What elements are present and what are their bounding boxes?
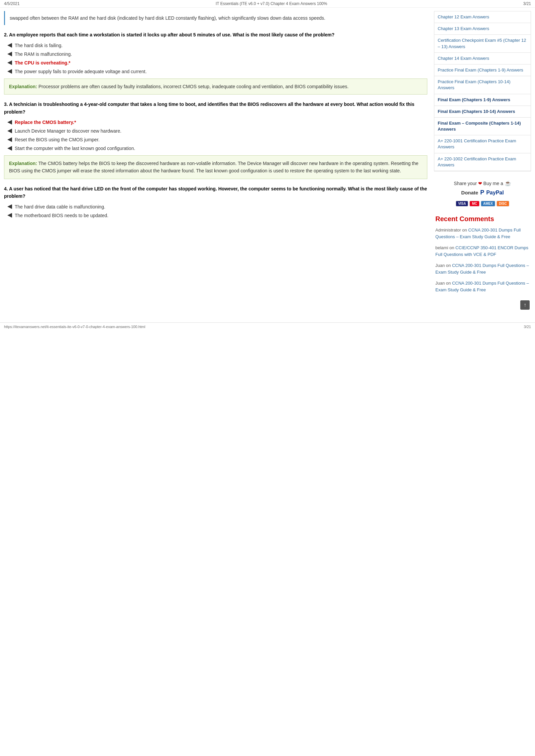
paypal-label: PayPal — [486, 190, 504, 196]
q3-answer-2: Launch Device Manager to discover new ha… — [7, 128, 427, 135]
sidebar-link-9[interactable]: Final Exam – Composite (Chapters 1-14) A… — [434, 118, 531, 135]
top-bar-page: 3/21 — [523, 1, 531, 6]
question-4-block: 4. A user has noticed that the hard driv… — [4, 185, 427, 219]
sidebar-links-box: Chapter 12 Exam Answers Chapter 13 Exam … — [434, 11, 531, 171]
sidebar-link-7-anchor[interactable]: Final Exam (Chapters 1-9) Answers — [438, 97, 510, 102]
commenter-1: Administrator — [435, 228, 461, 233]
question-3-text: 3. A technician is troubleshooting a 4-y… — [4, 101, 427, 116]
question-4-answers: The hard drive data cable is malfunction… — [4, 203, 427, 219]
question-4-text: 4. A user has noticed that the hard driv… — [4, 185, 427, 200]
intro-block: swapped often between the RAM and the ha… — [4, 11, 427, 25]
sidebar-link-5-anchor[interactable]: Practice Final Exam (Chapters 1-9) Answe… — [438, 67, 523, 72]
bullet-icon — [7, 204, 12, 209]
comment-on-2: on — [449, 245, 454, 250]
sidebar-link-4-anchor[interactable]: Chapter 14 Exam Answers — [438, 56, 489, 61]
comment-item-1: Administrator on CCNA 200-301 Dumps Full… — [435, 227, 530, 240]
intro-text: swapped often between the RAM and the ha… — [10, 15, 325, 21]
question-2-answers: The hard disk is failing. The RAM is mal… — [4, 42, 427, 75]
footer-page: 3/21 — [524, 325, 531, 329]
visa-icon: VISA — [456, 201, 468, 206]
q2-answer-4: The power supply fails to provide adequa… — [7, 68, 427, 75]
explanation-text-3: The CMOS battery helps the BIOS to keep … — [9, 161, 418, 173]
comment-on-1: on — [462, 228, 467, 233]
recent-comments-section: Recent Comments Administrator on CCNA 20… — [434, 215, 531, 293]
mastercard-icon: MC — [469, 201, 479, 206]
comment-item-3: Juan on CCNA 200-301 Dumps Full Question… — [435, 262, 530, 275]
sidebar-link-5[interactable]: Practice Final Exam (Chapters 1-9) Answe… — [434, 64, 531, 76]
q3-answer-3: Reset the BIOS using the CMOS jumper. — [7, 136, 427, 143]
sidebar-link-2[interactable]: Chapter 13 Exam Answers — [434, 23, 531, 35]
q2-answer-2: The RAM is malfunctioning. — [7, 51, 427, 58]
sidebar-link-6[interactable]: Practice Final Exam (Chapters 10-14) Ans… — [434, 76, 531, 94]
explanation-label: Explanation: — [9, 84, 37, 89]
main-content: swapped often between the RAM and the ha… — [4, 11, 427, 312]
sidebar-link-10-anchor[interactable]: A+ 220-1001 Certification Practice Exam … — [438, 138, 516, 149]
footer-bar: https://itexamanswers.net/it-essentials-… — [0, 322, 535, 331]
sidebar-link-10[interactable]: A+ 220-1001 Certification Practice Exam … — [434, 135, 531, 153]
q4-answer-1: The hard drive data cable is malfunction… — [7, 203, 427, 210]
donate-label: Donate — [461, 190, 478, 195]
commenter-3: Juan — [435, 263, 445, 268]
sidebar-link-6-anchor[interactable]: Practice Final Exam (Chapters 10-14) Ans… — [438, 79, 510, 90]
bullet-icon — [7, 137, 12, 142]
bullet-icon — [7, 69, 12, 74]
bullet-icon — [7, 213, 12, 218]
commenter-4: Juan — [435, 281, 445, 286]
top-bar-date: 4/5/2021 — [4, 1, 20, 6]
sidebar-link-8-anchor[interactable]: Final Exam (Chapters 10-14) Answers — [438, 109, 515, 114]
bullet-icon — [7, 146, 12, 151]
sidebar-link-3[interactable]: Certification Checkpoint Exam #5 (Chapte… — [434, 35, 531, 52]
recent-comments-title: Recent Comments — [435, 215, 530, 223]
comment-on-3: on — [446, 263, 451, 268]
bullet-icon — [7, 60, 12, 65]
card-icons: VISA MC AMEX DISC — [437, 201, 528, 206]
question-3-explanation: Explanation: The CMOS battery helps the … — [4, 155, 427, 179]
sidebar-link-2-anchor[interactable]: Chapter 13 Exam Answers — [438, 26, 489, 31]
coffee-icon: ☕ — [505, 180, 511, 186]
question-2-block: 2. An employee reports that each time a … — [4, 31, 427, 95]
comment-item-2: belami on CCIE/CCNP 350-401 ENCOR Dumps … — [435, 245, 530, 258]
footer-url: https://itexamanswers.net/it-essentials-… — [4, 325, 145, 329]
back-to-top-button[interactable]: ↑ — [520, 300, 530, 310]
question-3-answers: Replace the CMOS battery.* Launch Device… — [4, 119, 427, 152]
bullet-icon — [7, 43, 12, 48]
sidebar-link-9-anchor[interactable]: Final Exam – Composite (Chapters 1-14) A… — [438, 121, 521, 132]
commenter-2: belami — [435, 245, 448, 250]
donate-section: Share your ❤ Buy me a ☕ Donate P PayPal … — [434, 177, 531, 210]
q3-answer-1-correct: Replace the CMOS battery.* — [7, 119, 427, 126]
comment-item-4: Juan on CCNA 200-301 Dumps Full Question… — [435, 280, 530, 293]
sidebar-link-4[interactable]: Chapter 14 Exam Answers — [434, 53, 531, 64]
sidebar: Chapter 12 Exam Answers Chapter 13 Exam … — [434, 11, 531, 312]
sidebar-link-11[interactable]: A+ 220-1002 Certification Practice Exam … — [434, 153, 531, 171]
question-3-block: 3. A technician is troubleshooting a 4-y… — [4, 101, 427, 179]
sidebar-link-1-anchor[interactable]: Chapter 12 Exam Answers — [438, 14, 489, 19]
paypal-p-icon: P — [480, 189, 484, 196]
sidebar-link-7[interactable]: Final Exam (Chapters 1-9) Answers — [434, 94, 531, 106]
buy-text: Buy me a — [484, 181, 503, 186]
page-layout: swapped often between the RAM and the ha… — [0, 8, 535, 316]
sidebar-link-3-anchor[interactable]: Certification Checkpoint Exam #5 (Chapte… — [438, 38, 526, 49]
explanation-label-3: Explanation: — [9, 161, 37, 166]
discover-icon: DISC — [497, 201, 509, 206]
bullet-icon — [7, 120, 12, 125]
donate-button[interactable]: Donate P PayPal — [461, 189, 504, 196]
heart-icon: ❤ — [478, 181, 482, 186]
bullet-icon — [7, 52, 12, 56]
q4-answer-2: The motherboard BIOS needs to be updated… — [7, 212, 427, 219]
question-2-explanation: Explanation: Processor problems are ofte… — [4, 79, 427, 95]
explanation-text: Processor problems are often caused by f… — [38, 84, 349, 89]
sidebar-link-11-anchor[interactable]: A+ 220-1002 Certification Practice Exam … — [438, 156, 516, 167]
bullet-icon — [7, 129, 12, 133]
q3-answer-4: Start the computer with the last known g… — [7, 145, 427, 152]
sidebar-link-8[interactable]: Final Exam (Chapters 10-14) Answers — [434, 106, 531, 118]
top-bar-title: IT Essentials (ITE v6.0 + v7.0) Chapter … — [216, 1, 327, 6]
question-2-text: 2. An employee reports that each time a … — [4, 31, 427, 38]
amex-icon: AMEX — [481, 201, 495, 206]
q2-answer-1: The hard disk is failing. — [7, 42, 427, 49]
sidebar-link-1[interactable]: Chapter 12 Exam Answers — [434, 11, 531, 23]
share-text: Share your — [454, 181, 476, 186]
q2-answer-3-correct: The CPU is overheating.* — [7, 59, 427, 66]
top-bar: 4/5/2021 IT Essentials (ITE v6.0 + v7.0)… — [0, 0, 535, 8]
comment-on-4: on — [446, 281, 451, 286]
share-line: Share your ❤ Buy me a ☕ — [437, 180, 528, 186]
